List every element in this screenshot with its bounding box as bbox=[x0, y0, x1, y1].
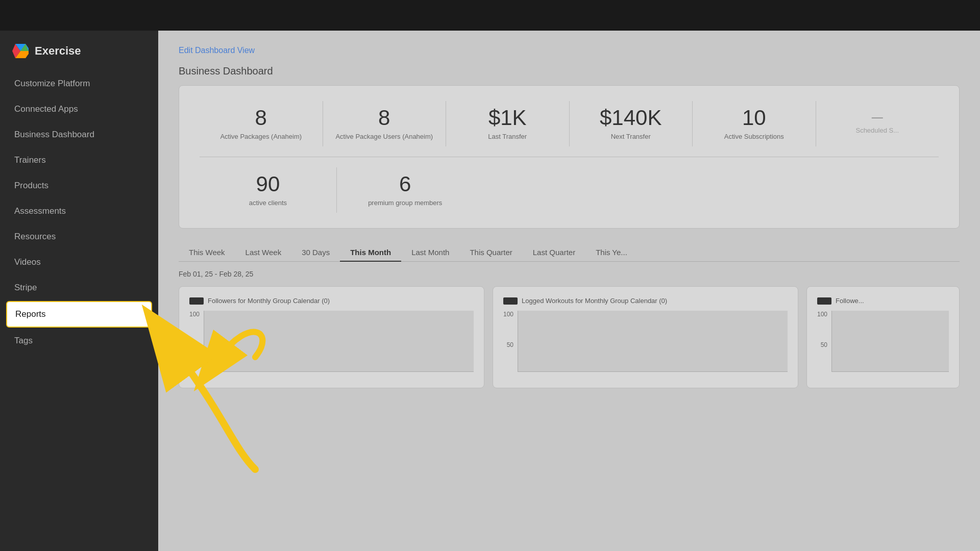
stat-label-next-transfer: Next Transfer bbox=[580, 133, 682, 141]
y-label-50-c3: 50 bbox=[821, 341, 827, 348]
stat-label-active-package-users: Active Package Users (Anaheim) bbox=[333, 133, 436, 141]
legend-dot-1 bbox=[189, 297, 204, 305]
chart-legend-1: Followers for Monthly Group Calendar (0) bbox=[189, 297, 474, 305]
sidebar: Exercise Customize Platform Connected Ap… bbox=[0, 31, 158, 551]
sidebar-item-tags[interactable]: Tags bbox=[6, 329, 152, 353]
stat-value-last-transfer: $1K bbox=[456, 106, 559, 130]
chart-card-3: Followe... 100 50 bbox=[806, 286, 960, 388]
stat-last-transfer: $1K Last Transfer bbox=[446, 101, 570, 146]
legend-dot-2 bbox=[503, 297, 518, 305]
edit-dashboard-link[interactable]: Edit Dashboard View bbox=[179, 46, 255, 55]
sidebar-item-assessments[interactable]: Assessments bbox=[6, 199, 152, 223]
dashboard-title: Business Dashboard bbox=[179, 65, 960, 77]
time-filter: This Week Last Week 30 Days This Month L… bbox=[179, 244, 960, 262]
app-name: Exercise bbox=[35, 44, 81, 58]
sidebar-item-connected-apps[interactable]: Connected Apps bbox=[6, 97, 152, 121]
chart-legend-2: Logged Workouts for Monthly Group Calend… bbox=[503, 297, 788, 305]
chart-legend-3: Followe... bbox=[817, 297, 949, 305]
stat-label-last-transfer: Last Transfer bbox=[456, 133, 559, 141]
chart-card-2: Logged Workouts for Monthly Group Calend… bbox=[493, 286, 798, 388]
y-label-50-c1: 50 bbox=[193, 341, 200, 348]
sidebar-item-trainers[interactable]: Trainers bbox=[6, 148, 152, 172]
tab-this-quarter[interactable]: This Quarter bbox=[459, 244, 522, 262]
stat-label-premium-group: premium group members bbox=[347, 199, 463, 208]
tab-last-month[interactable]: Last Month bbox=[401, 244, 459, 262]
y-label-100-c3: 100 bbox=[817, 311, 827, 318]
stat-active-packages: 8 Active Packages (Anaheim) bbox=[200, 101, 323, 146]
stat-label-scheduled: Scheduled S... bbox=[826, 127, 929, 135]
tab-last-quarter[interactable]: Last Quarter bbox=[523, 244, 585, 262]
y-label-100-c1: 100 bbox=[189, 311, 200, 318]
sidebar-nav: Customize Platform Connected Apps Busine… bbox=[0, 71, 158, 353]
main-content: Edit Dashboard View Business Dashboard 8… bbox=[158, 31, 980, 551]
stat-label-active-packages: Active Packages (Anaheim) bbox=[210, 133, 312, 141]
stats-card: 8 Active Packages (Anaheim) 8 Active Pac… bbox=[179, 85, 960, 229]
y-label-100-c2: 100 bbox=[503, 311, 513, 318]
chart-card-1: Followers for Monthly Group Calendar (0)… bbox=[179, 286, 484, 388]
tab-this-year[interactable]: This Ye... bbox=[585, 244, 638, 262]
stat-scheduled: — Scheduled S... bbox=[816, 101, 939, 146]
y-label-50-c2: 50 bbox=[507, 341, 513, 348]
sidebar-item-resources[interactable]: Resources bbox=[6, 224, 152, 249]
stat-value-active-subscriptions: 10 bbox=[703, 106, 805, 130]
stat-value-active-packages: 8 bbox=[210, 106, 312, 130]
stat-value-premium-group: 6 bbox=[347, 172, 463, 196]
sidebar-item-stripe[interactable]: Stripe bbox=[6, 276, 152, 300]
app-logo-icon bbox=[12, 43, 29, 59]
chart-row: Followers for Monthly Group Calendar (0)… bbox=[179, 286, 960, 388]
stat-premium-group: 6 premium group members bbox=[337, 167, 474, 213]
sidebar-item-business-dashboard[interactable]: Business Dashboard bbox=[6, 122, 152, 147]
stat-label-active-clients: active clients bbox=[210, 199, 326, 208]
stat-next-transfer: $140K Next Transfer bbox=[570, 101, 693, 146]
logo-area: Exercise bbox=[0, 36, 158, 71]
tab-last-week[interactable]: Last Week bbox=[235, 244, 292, 262]
stat-value-next-transfer: $140K bbox=[580, 106, 682, 130]
date-range: Feb 01, 25 - Feb 28, 25 bbox=[179, 270, 960, 278]
stat-active-package-users: 8 Active Package Users (Anaheim) bbox=[323, 101, 447, 146]
stat-active-clients: 90 active clients bbox=[200, 167, 337, 213]
tab-30-days[interactable]: 30 Days bbox=[291, 244, 340, 262]
legend-dot-3 bbox=[817, 297, 831, 305]
stat-value-scheduled: — bbox=[826, 106, 929, 123]
tab-this-week[interactable]: This Week bbox=[179, 244, 235, 262]
sidebar-item-videos[interactable]: Videos bbox=[6, 250, 152, 274]
stat-value-active-package-users: 8 bbox=[333, 106, 436, 130]
stat-active-subscriptions: 10 Active Subscriptions bbox=[693, 101, 816, 146]
stat-value-active-clients: 90 bbox=[210, 172, 326, 196]
sidebar-item-reports[interactable]: Reports bbox=[6, 301, 152, 328]
sidebar-item-products[interactable]: Products bbox=[6, 173, 152, 198]
stat-label-active-subscriptions: Active Subscriptions bbox=[703, 133, 805, 141]
sidebar-item-customize-platform[interactable]: Customize Platform bbox=[6, 71, 152, 96]
tab-this-month[interactable]: This Month bbox=[340, 244, 401, 262]
